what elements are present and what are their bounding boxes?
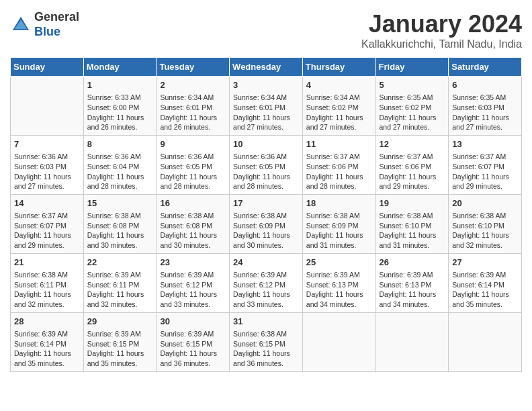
day-info: Sunrise: 6:39 AM Sunset: 6:12 PM Dayligh… [160, 270, 226, 310]
day-number: 13 [452, 138, 518, 150]
calendar-cell: 13Sunrise: 6:37 AM Sunset: 6:07 PM Dayli… [449, 135, 522, 194]
day-number: 17 [233, 197, 299, 210]
day-number: 16 [160, 197, 226, 210]
logo-text: General Blue [34, 10, 79, 39]
day-number: 10 [233, 138, 299, 150]
day-info: Sunrise: 6:38 AM Sunset: 6:10 PM Dayligh… [380, 211, 445, 250]
day-number: 18 [306, 197, 372, 210]
calendar-cell: 24Sunrise: 6:39 AM Sunset: 6:12 PM Dayli… [230, 253, 303, 312]
calendar-cell: 4Sunrise: 6:34 AM Sunset: 6:02 PM Daylig… [302, 77, 375, 136]
day-info: Sunrise: 6:38 AM Sunset: 6:10 PM Dayligh… [452, 211, 518, 250]
day-number: 9 [160, 138, 226, 150]
calendar-cell: 6Sunrise: 6:35 AM Sunset: 6:03 PM Daylig… [449, 77, 522, 136]
calendar-table: SundayMondayTuesdayWednesdayThursdayFrid… [10, 57, 522, 372]
day-number: 11 [306, 138, 372, 150]
calendar-cell: 5Sunrise: 6:35 AM Sunset: 6:02 PM Daylig… [375, 77, 449, 136]
day-number: 22 [87, 257, 153, 269]
calendar-cell: 25Sunrise: 6:39 AM Sunset: 6:13 PM Dayli… [302, 253, 375, 312]
day-info: Sunrise: 6:39 AM Sunset: 6:15 PM Dayligh… [87, 329, 153, 369]
calendar-cell: 22Sunrise: 6:39 AM Sunset: 6:11 PM Dayli… [83, 253, 157, 312]
day-info: Sunrise: 6:35 AM Sunset: 6:02 PM Dayligh… [380, 93, 445, 132]
calendar-cell: 26Sunrise: 6:39 AM Sunset: 6:13 PM Dayli… [375, 253, 449, 312]
day-number: 12 [380, 138, 445, 150]
day-info: Sunrise: 6:39 AM Sunset: 6:11 PM Dayligh… [87, 270, 153, 310]
logo: General Blue [10, 10, 79, 39]
day-info: Sunrise: 6:35 AM Sunset: 6:03 PM Dayligh… [452, 93, 518, 132]
day-info: Sunrise: 6:38 AM Sunset: 6:09 PM Dayligh… [233, 211, 299, 250]
weekday-header-monday: Monday [83, 58, 157, 77]
day-number: 5 [380, 79, 445, 91]
calendar-cell: 27Sunrise: 6:39 AM Sunset: 6:14 PM Dayli… [449, 253, 522, 312]
calendar-cell: 14Sunrise: 6:37 AM Sunset: 6:07 PM Dayli… [11, 194, 84, 253]
calendar-cell: 11Sunrise: 6:37 AM Sunset: 6:06 PM Dayli… [302, 135, 375, 194]
calendar-cell: 9Sunrise: 6:36 AM Sunset: 6:05 PM Daylig… [157, 135, 230, 194]
day-info: Sunrise: 6:39 AM Sunset: 6:13 PM Dayligh… [306, 270, 372, 310]
weekday-header-row: SundayMondayTuesdayWednesdayThursdayFrid… [11, 58, 522, 77]
calendar-cell: 21Sunrise: 6:38 AM Sunset: 6:11 PM Dayli… [11, 253, 84, 312]
day-number: 29 [87, 316, 153, 328]
calendar-cell: 30Sunrise: 6:39 AM Sunset: 6:15 PM Dayli… [157, 312, 230, 371]
day-info: Sunrise: 6:37 AM Sunset: 6:06 PM Dayligh… [380, 152, 445, 191]
weekday-header-saturday: Saturday [449, 58, 522, 77]
day-info: Sunrise: 6:39 AM Sunset: 6:15 PM Dayligh… [160, 329, 226, 369]
day-number: 8 [87, 138, 153, 150]
calendar-cell: 18Sunrise: 6:38 AM Sunset: 6:09 PM Dayli… [302, 194, 375, 253]
calendar-cell [375, 312, 449, 371]
calendar-cell: 17Sunrise: 6:38 AM Sunset: 6:09 PM Dayli… [230, 194, 303, 253]
day-number: 30 [160, 316, 226, 328]
page-header: General Blue January 2024 Kallakkurichch… [10, 10, 522, 50]
calendar-subtitle: Kallakkurichchi, Tamil Nadu, India [361, 38, 522, 50]
day-number: 27 [452, 257, 518, 269]
calendar-cell: 19Sunrise: 6:38 AM Sunset: 6:10 PM Dayli… [375, 194, 449, 253]
weekday-header-sunday: Sunday [11, 58, 84, 77]
calendar-week-row: 7Sunrise: 6:36 AM Sunset: 6:03 PM Daylig… [11, 135, 522, 194]
calendar-cell [302, 312, 375, 371]
calendar-cell: 12Sunrise: 6:37 AM Sunset: 6:06 PM Dayli… [375, 135, 449, 194]
calendar-cell: 23Sunrise: 6:39 AM Sunset: 6:12 PM Dayli… [157, 253, 230, 312]
calendar-cell: 15Sunrise: 6:38 AM Sunset: 6:08 PM Dayli… [83, 194, 157, 253]
calendar-cell: 7Sunrise: 6:36 AM Sunset: 6:03 PM Daylig… [11, 135, 84, 194]
day-info: Sunrise: 6:38 AM Sunset: 6:11 PM Dayligh… [14, 270, 80, 310]
calendar-week-row: 28Sunrise: 6:39 AM Sunset: 6:14 PM Dayli… [11, 312, 522, 371]
day-info: Sunrise: 6:33 AM Sunset: 6:00 PM Dayligh… [87, 93, 153, 132]
calendar-week-row: 14Sunrise: 6:37 AM Sunset: 6:07 PM Dayli… [11, 194, 522, 253]
calendar-cell: 10Sunrise: 6:36 AM Sunset: 6:05 PM Dayli… [230, 135, 303, 194]
calendar-cell: 3Sunrise: 6:34 AM Sunset: 6:01 PM Daylig… [230, 77, 303, 136]
day-info: Sunrise: 6:36 AM Sunset: 6:03 PM Dayligh… [14, 152, 80, 191]
day-info: Sunrise: 6:34 AM Sunset: 6:01 PM Dayligh… [233, 93, 299, 132]
calendar-cell: 2Sunrise: 6:34 AM Sunset: 6:01 PM Daylig… [157, 77, 230, 136]
calendar-cell: 16Sunrise: 6:38 AM Sunset: 6:08 PM Dayli… [157, 194, 230, 253]
calendar-title: January 2024 [361, 10, 522, 38]
day-info: Sunrise: 6:38 AM Sunset: 6:08 PM Dayligh… [87, 211, 153, 250]
day-info: Sunrise: 6:34 AM Sunset: 6:02 PM Dayligh… [306, 93, 372, 132]
day-number: 1 [87, 79, 153, 91]
title-block: January 2024 Kallakkurichchi, Tamil Nadu… [361, 10, 522, 50]
day-number: 3 [233, 79, 299, 91]
calendar-cell: 1Sunrise: 6:33 AM Sunset: 6:00 PM Daylig… [83, 77, 157, 136]
logo-icon [10, 14, 32, 36]
calendar-week-row: 1Sunrise: 6:33 AM Sunset: 6:00 PM Daylig… [11, 77, 522, 136]
day-number: 23 [160, 257, 226, 269]
day-number: 7 [14, 138, 80, 150]
day-number: 6 [452, 79, 518, 91]
day-number: 25 [306, 257, 372, 269]
calendar-cell: 20Sunrise: 6:38 AM Sunset: 6:10 PM Dayli… [449, 194, 522, 253]
day-number: 24 [233, 257, 299, 269]
day-info: Sunrise: 6:36 AM Sunset: 6:04 PM Dayligh… [87, 152, 153, 191]
day-number: 31 [233, 316, 299, 328]
day-number: 28 [14, 316, 80, 328]
day-number: 4 [306, 79, 372, 91]
calendar-cell: 29Sunrise: 6:39 AM Sunset: 6:15 PM Dayli… [83, 312, 157, 371]
calendar-cell: 8Sunrise: 6:36 AM Sunset: 6:04 PM Daylig… [83, 135, 157, 194]
day-info: Sunrise: 6:39 AM Sunset: 6:12 PM Dayligh… [233, 270, 299, 310]
day-number: 19 [380, 197, 445, 210]
day-number: 15 [87, 197, 153, 210]
day-number: 21 [14, 257, 80, 269]
day-info: Sunrise: 6:37 AM Sunset: 6:07 PM Dayligh… [14, 211, 80, 250]
day-info: Sunrise: 6:36 AM Sunset: 6:05 PM Dayligh… [233, 152, 299, 191]
calendar-cell [11, 77, 84, 136]
calendar-cell [449, 312, 522, 371]
day-number: 26 [380, 257, 445, 269]
day-number: 2 [160, 79, 226, 91]
day-info: Sunrise: 6:38 AM Sunset: 6:08 PM Dayligh… [160, 211, 226, 250]
